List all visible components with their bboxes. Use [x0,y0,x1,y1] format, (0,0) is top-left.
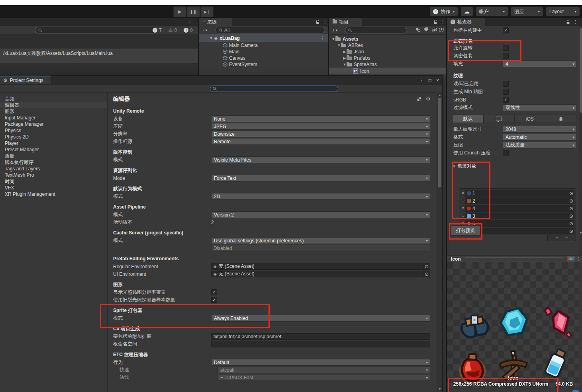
foldout-open-icon[interactable]: ▼ [337,43,341,47]
layers-dropdown[interactable]: 图层 ▾ [511,7,543,16]
sidebar-item-audio[interactable]: 音频 [0,96,107,102]
vc-mode-dropdown[interactable]: Visible Meta Files▾ [211,156,430,163]
settings-titlebar[interactable]: ⚙ Project Settings ⋮ □ × [0,76,442,85]
project-item-json[interactable]: ▶ Json [329,49,447,55]
project-item-prefabs[interactable]: ▶ Prefabs [329,55,447,61]
sprite-atlas-preview[interactable]: Icon 256x256 RGBA Compressed DXT5 UNorm … [447,262,579,388]
object-picker-icon[interactable]: ⊙ [569,213,573,219]
tab-project-settings[interactable]: ⚙ Project Settings [0,76,51,84]
crunch-checkbox[interactable] [503,150,509,156]
tight-packing-checkbox[interactable] [503,53,509,59]
foldout-closed-icon[interactable]: ▶ [343,50,347,54]
compression-dropdown[interactable]: JPEG▾ [211,123,430,130]
object-picker-icon[interactable]: ⊙ [569,221,573,226]
foldout-open-icon[interactable]: ▼ [331,37,335,41]
sidebar-item-vfx[interactable]: VFX [0,185,107,191]
sidebar-item-quality[interactable]: 质量 [0,153,107,159]
preview-header[interactable]: Icon ⋮ [447,255,582,262]
search-by-label-button[interactable] [423,27,429,33]
lock-icon[interactable] [433,20,437,24]
foldout-closed-icon[interactable]: ▶ [343,56,347,60]
maximize-icon[interactable]: □ [429,78,431,83]
scene-row-xluabag[interactable]: ▼ ◈ xLuaBag ⋮ [199,34,329,42]
resolution-dropdown[interactable]: Downsize▾ [211,131,430,137]
rgb-channels-button[interactable] [567,256,575,261]
sidebar-item-input-manager[interactable]: Input Manager [0,115,107,121]
sidebar-item-tags-and-layers[interactable]: Tags and Layers [0,166,107,172]
scrollbar-thumb[interactable] [580,28,582,113]
max-texture-size-dropdown[interactable]: 2048▾ [503,126,577,133]
platform-tab-standalone[interactable] [484,115,515,123]
packed-objects-foldout[interactable]: ▼ 包装对象 [452,163,476,170]
object-picker-icon[interactable]: ⊙ [569,198,573,204]
object-picker-icon[interactable]: ⊙ [569,191,573,196]
info-count-badge[interactable]: ! 7 [149,26,165,34]
kebab-menu-icon[interactable]: ⋮ [419,78,424,83]
legacy-probe-samples-checkbox[interactable]: ✓ [211,297,217,303]
foldout-open-icon[interactable]: ▼ [209,36,213,40]
behavior-mode-dropdown[interactable]: 2D▾ [211,193,430,200]
compression-dropdown[interactable]: 法线质量▾ [503,142,577,148]
foldout-open-icon[interactable]: ▼ [343,62,347,66]
srgb-checkbox[interactable]: ✓ [503,97,509,103]
sidebar-item-editor[interactable]: 编辑器 [0,102,107,108]
packed-object-row[interactable]: = 1 ⊙ [461,190,574,197]
step-button[interactable]: ▶❘ [200,6,214,17]
allow-rotation-checkbox[interactable] [503,45,509,51]
drag-handle-icon[interactable]: = [461,191,465,195]
drag-handle-icon[interactable]: = [461,199,465,203]
hierarchy-search-input[interactable]: All [216,27,325,33]
object-picker-icon[interactable]: ⊙ [569,228,573,234]
sidebar-item-time[interactable]: 时间 [0,178,107,185]
scroll-down-icon[interactable]: ▼ [579,231,582,235]
kebab-menu-icon[interactable]: ⋮ [188,20,192,25]
regular-environment-object-field[interactable]: ◈ 无 (Scene Asset) ⊙ [211,263,430,270]
object-picker-icon[interactable]: ⊙ [569,206,573,211]
lock-icon[interactable] [315,20,319,24]
platform-tab-default[interactable]: 默认 [453,115,484,123]
etc-behavior-dropdown[interactable]: Default▾ [211,359,430,366]
platform-tab-android[interactable] [545,115,576,123]
packed-object-row[interactable]: = 2 ⊙ [461,197,574,204]
lock-icon[interactable] [566,20,570,24]
lightmap-resolution-checkbox[interactable]: ✓ [211,289,217,295]
object-picker-icon[interactable]: ⊙ [423,264,430,269]
project-item-icon-selected[interactable]: Icon [329,68,447,74]
add-asset-button[interactable]: +▾ [332,27,337,33]
scroll-down-icon[interactable]: ▼ [438,387,441,391]
cache-server-mode-dropdown[interactable]: Use global settings (stored in preferenc… [211,237,430,244]
sidebar-item-textmesh-pro[interactable]: TextMesh Pro [0,172,107,178]
pipeline-mode-dropdown[interactable]: Version 2▾ [211,211,430,218]
collab-dropdown[interactable]: ✓ 协作 ▾ [430,7,458,16]
project-item-spritealtas[interactable]: ▼ SpriteAltas [329,61,447,68]
project-item-assets[interactable]: ▼ Assets [329,36,447,42]
cloud-button[interactable]: ☁ [461,7,473,16]
project-search-input[interactable] [345,27,407,33]
sidebar-item-script-execution-order[interactable]: 脚本执行顺序 [0,159,107,166]
console-search-input[interactable] [35,27,157,33]
inspector-scrollbar[interactable] [579,26,582,255]
packed-object-row[interactable]: = 4 ⊙ [461,205,574,212]
sidebar-item-graphics[interactable]: 图形 [0,108,107,115]
play-button[interactable]: ▶ [173,6,186,17]
additional-extensions-field[interactable]: txt;xml;fnt;cd;asmdef;rsp;asmref [211,333,430,340]
device-dropdown[interactable]: None▾ [211,115,430,122]
joystick-source-dropdown[interactable]: Remote▾ [211,138,430,145]
format-dropdown[interactable]: Automatic▾ [503,134,577,140]
preset-icon[interactable] [416,97,422,101]
drag-handle-icon[interactable] [465,257,563,260]
gear-icon[interactable]: ⚙ [426,96,430,102]
generate-mipmap-checkbox[interactable] [503,89,509,95]
sidebar-item-player[interactable]: Player [0,140,107,146]
add-object-button[interactable]: +▾ [202,27,207,33]
sidebar-item-preset-manager[interactable]: Preset Manager [0,146,107,153]
project-item-abres[interactable]: ▼ ABRes [329,42,447,49]
sprite-packer-mode-dropdown[interactable]: Always Enabled▾ [211,315,430,322]
read-write-checkbox[interactable] [503,81,509,87]
settings-scrollbar[interactable]: ▲ ▼ [437,92,442,392]
sidebar-item-physics-2d[interactable]: Physics 2D [0,134,107,140]
layout-dropdown[interactable]: Layout ▾ [546,7,580,16]
warning-count-badge[interactable]: ⚠ 0 [165,26,180,34]
kebab-menu-icon[interactable]: ⋮ [576,256,581,262]
serialization-mode-dropdown[interactable]: Force Text▾ [211,175,430,181]
